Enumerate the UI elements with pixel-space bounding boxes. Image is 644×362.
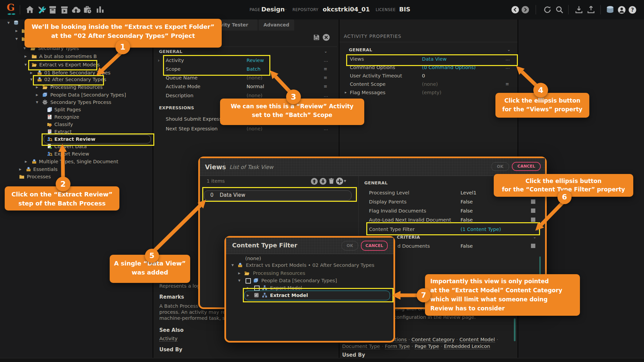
property-value[interactable]: (0 Command Options)	[422, 63, 476, 71]
property-row-activate-mode[interactable]: Activate Mode Normal ≡	[153, 82, 339, 90]
dialog-header[interactable]: Views List of Task View OK CANCEL	[200, 158, 545, 176]
stats-icon[interactable]	[96, 5, 104, 14]
checkbox[interactable]	[531, 199, 535, 204]
property-row-content-scope[interactable]: Content Scope (none) ≡	[339, 80, 518, 88]
jobs-icon[interactable]	[83, 5, 92, 14]
tree-row-extract-review[interactable]: Extract Review	[0, 135, 153, 143]
dialog-header[interactable]: Content Type Filter OK CANCEL	[226, 238, 393, 254]
page-type-link[interactable]: Page Type	[415, 344, 439, 349]
tree-row-secondary-types-process[interactable]: ▼Secondary Types Process	[0, 99, 153, 106]
property-value[interactable]: Level1	[461, 189, 477, 197]
search-icon[interactable]	[555, 6, 564, 14]
property-value[interactable]: Data View	[422, 55, 447, 63]
ctf-row-project[interactable]: ▼ Extract vs Export Models • 02 After Se…	[226, 261, 393, 269]
ctf-row-none[interactable]: (none)	[226, 255, 393, 262]
chevron-down-icon[interactable]: ⌄	[533, 235, 536, 239]
ok-button[interactable]: OK	[341, 241, 358, 250]
expander-icon[interactable]: ▶	[25, 158, 30, 165]
property-value[interactable]: Batch	[247, 65, 261, 73]
batch-run-icon[interactable]	[60, 5, 69, 14]
expander-icon[interactable]: ▼	[15, 35, 20, 43]
chevron-down-icon[interactable]: ⌄	[507, 47, 511, 52]
tree-row-split-pages[interactable]: Split Pages	[0, 106, 153, 113]
checkbox[interactable]	[531, 218, 535, 222]
property-value[interactable]: (empty)	[422, 88, 441, 97]
general-section-header[interactable]: GENERAL	[364, 180, 388, 185]
tree-row-people-data[interactable]: ▶People Data [Secondary Types]	[0, 91, 153, 99]
document-type-link[interactable]: Document Type	[342, 344, 380, 349]
design-tools-icon[interactable]	[37, 5, 46, 14]
tree-row-classify[interactable]: Classify	[0, 121, 153, 128]
expander-icon[interactable]: ▶	[30, 69, 35, 76]
criteria-section-header[interactable]: CRITERIA	[397, 235, 420, 240]
checkbox-unchecked[interactable]	[246, 278, 251, 284]
expander-icon[interactable]: ▶	[36, 83, 41, 91]
activity-link[interactable]: Activity	[159, 336, 177, 342]
menu-button[interactable]: ≡	[324, 65, 327, 73]
back-icon[interactable]	[511, 6, 519, 14]
property-row-display-parents[interactable]: Display Parents False	[200, 198, 542, 206]
property-value[interactable]: (none)	[247, 125, 263, 133]
expander-icon[interactable]: ▸	[345, 88, 347, 97]
ellipsis-button[interactable]: …	[324, 56, 328, 64]
ctf-row-people-data[interactable]: ▼ People Data [Secondary Types]	[226, 277, 393, 284]
ctf-row-processing-resources[interactable]: ▶ Processing Resources	[226, 269, 393, 277]
property-row-activity[interactable]: › Activity Review …	[153, 56, 339, 64]
property-row-next-step[interactable]: Next Step Expression (none) …	[153, 125, 339, 133]
cancel-button[interactable]: CANCEL	[512, 162, 541, 171]
user-icon[interactable]	[618, 6, 626, 14]
scrollbar-thumb[interactable]	[514, 318, 516, 341]
checkbox[interactable]	[531, 244, 535, 248]
batches-icon[interactable]	[48, 5, 57, 14]
property-row-scope[interactable]: Scope Batch ≡	[153, 65, 339, 73]
tree-row-convert-data[interactable]: Convert Data	[0, 143, 153, 150]
property-value[interactable]: (1 Content Type)	[461, 225, 501, 233]
general-section-header[interactable]: GENERAL	[349, 47, 372, 52]
repository-db-icon[interactable]	[606, 5, 614, 14]
general-section-header[interactable]: GENERAL	[159, 49, 182, 54]
tab-advanced[interactable]: Advanced	[259, 19, 294, 31]
menu-button[interactable]: ≡	[324, 82, 327, 90]
grooper-logo[interactable]: G	[7, 3, 17, 16]
tree-row-processing-resources[interactable]: ▶Processing Resources	[0, 83, 153, 91]
expander-icon[interactable]: ▼	[231, 261, 236, 269]
move-up-icon[interactable]	[311, 178, 318, 185]
add-icon[interactable]	[336, 177, 343, 185]
cancel-button[interactable]: CANCEL	[361, 241, 388, 251]
download-icon[interactable]	[575, 6, 583, 14]
help-icon[interactable]	[628, 6, 637, 14]
delete-icon[interactable]	[328, 178, 335, 184]
ctf-row-extract-model[interactable]: ▶ ✓ Extract Model	[226, 292, 393, 299]
property-row-content-type-filter[interactable]: Content Type Filter (1 Content Type) …	[200, 225, 542, 233]
save-icon[interactable]	[313, 34, 320, 41]
forward-icon[interactable]	[521, 6, 529, 14]
property-value[interactable]: (none)	[422, 80, 438, 88]
form-type-link[interactable]: Form Type	[385, 344, 410, 349]
property-row-flag-messages[interactable]: ▸ Flag Messages (empty)	[339, 88, 518, 97]
property-value[interactable]: False	[461, 216, 473, 224]
expander-icon[interactable]: ▶	[19, 166, 24, 173]
checkbox[interactable]	[531, 208, 535, 213]
property-value[interactable]: False	[461, 198, 473, 206]
home-icon[interactable]	[25, 5, 34, 14]
close-icon[interactable]	[322, 34, 330, 41]
content-category-link[interactable]: Content Category	[412, 337, 455, 343]
content-model-link[interactable]: Content Model	[460, 337, 495, 343]
expander-icon[interactable]: ▼	[7, 19, 12, 26]
tree-row-extract-vs-export[interactable]: ▼Extract vs Export Models	[0, 61, 153, 68]
expander-icon[interactable]: ▼	[24, 61, 29, 68]
property-row-user-activity-timeout[interactable]: User Activity Timeout 0	[339, 72, 518, 80]
tree-row-01-before[interactable]: ▶01 Before Secondary Types	[0, 69, 153, 76]
tree-row-extract[interactable]: Extract	[0, 128, 153, 135]
property-value[interactable]: False	[461, 207, 473, 215]
expander-icon[interactable]: ▼	[238, 277, 243, 284]
tree-row-02-after[interactable]: ▼02 After Secondary Types	[0, 76, 153, 83]
property-value[interactable]: 0	[422, 72, 425, 80]
expander-icon[interactable]: ▶	[24, 53, 29, 60]
property-row-auto-load-next-invalid[interactable]: Auto-Load Next Invalid Document False	[200, 216, 542, 224]
move-down-icon[interactable]	[319, 178, 327, 185]
refresh-icon[interactable]	[543, 6, 551, 14]
property-row-views[interactable]: Views Data View …	[339, 55, 518, 63]
tree-row-export-review[interactable]: Export Review	[0, 150, 153, 158]
property-row-command-options[interactable]: Command Options (0 Command Options) …	[339, 63, 518, 71]
